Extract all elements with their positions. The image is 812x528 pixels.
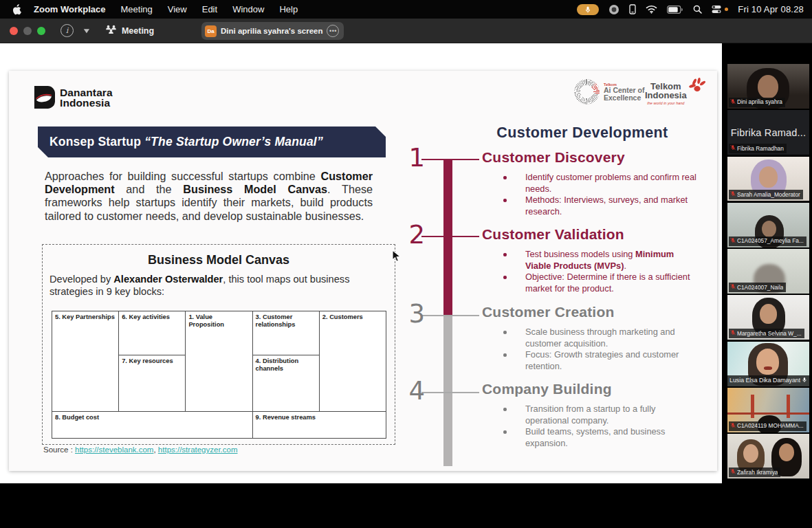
intro-paragraph: Approaches for building successful start… bbox=[45, 170, 373, 223]
participant-name: C1A024119 MOHAMMA... bbox=[737, 422, 804, 430]
text-segment: Transition from a startup to a fully ope… bbox=[525, 404, 655, 426]
fullscreen-window-button[interactable] bbox=[37, 27, 45, 35]
mouse-cursor bbox=[392, 250, 402, 265]
timeline-number-3: 3 bbox=[391, 300, 425, 328]
notification-dot bbox=[725, 8, 728, 11]
presentation-slide: Danantara Indonesia Telkom Ai Center of … bbox=[9, 71, 717, 471]
participant-tile[interactable]: Zafirah Ikramiya bbox=[727, 434, 809, 478]
timeline-tick bbox=[421, 315, 479, 316]
participant-name: C1A024057_Ameylia Fa... bbox=[737, 237, 804, 245]
participant-name-label: Sarah Amalia_Moderator bbox=[729, 190, 803, 199]
timeline-bar-accent bbox=[443, 159, 452, 316]
participant-tile[interactable]: Lusia Elsa Dika Damayanty bbox=[727, 342, 809, 386]
source-line: Source : https://steveblank.com, https:/… bbox=[43, 446, 238, 454]
battery-icon[interactable] bbox=[667, 6, 683, 14]
participant-name: Fibrika Ramadhan bbox=[737, 145, 784, 153]
bullet-item: Transition from a startup to a fully ope… bbox=[482, 404, 696, 426]
close-window-button[interactable] bbox=[10, 27, 18, 35]
device-icon[interactable] bbox=[629, 4, 636, 14]
participant-tile[interactable]: Margaretha Selvina W_... bbox=[727, 295, 809, 340]
silhouette bbox=[762, 221, 776, 237]
silhouette bbox=[764, 366, 772, 370]
bmc-cell-customer-relationships: 3. Customer relationships bbox=[252, 311, 319, 355]
bullet-item: Test business models using Minimum Viabl… bbox=[482, 249, 696, 272]
ai-center-line1: Ai Center of bbox=[604, 87, 645, 94]
tab-title: Dini aprilia syahra's screen bbox=[221, 27, 322, 35]
meeting-label[interactable]: Meeting bbox=[122, 26, 154, 36]
cd-section-customer-validation: Customer ValidationTest business models … bbox=[482, 226, 696, 294]
participant-tile[interactable]: C1A024119 MOHAMMA... bbox=[727, 388, 809, 432]
bmc-canvas-grid: 5. Key Partnerships 6. Key activities 7.… bbox=[52, 311, 386, 439]
participant-name-label: Dini aprilia syahra bbox=[729, 98, 785, 107]
bullet-item: Methods: Interviews, surveys, and market… bbox=[482, 195, 696, 217]
menu-item-meeting[interactable]: Meeting bbox=[121, 4, 153, 14]
cd-section-title: Customer Discovery bbox=[482, 149, 696, 166]
text-segment: Test business models using bbox=[525, 249, 635, 259]
cd-section-bullets: Test business models using Minimum Viabl… bbox=[482, 249, 696, 294]
participant-name-label: Zafirah Ikramiya bbox=[729, 468, 780, 477]
chevron-down-icon[interactable]: ▼ bbox=[82, 27, 91, 34]
bmc-cell-revenue-streams: 9. Revenue streams bbox=[252, 411, 386, 438]
text-segment: Developed by bbox=[50, 274, 113, 285]
silhouette bbox=[727, 412, 809, 415]
bullet-item: Focus: Growth strategies and customer re… bbox=[482, 349, 696, 372]
menu-items: MeetingViewEditWindowHelp bbox=[121, 4, 298, 14]
participant-name-label: C1A024007_Naila bbox=[729, 283, 786, 292]
silhouette bbox=[759, 166, 778, 188]
source-label: Source : bbox=[43, 446, 73, 454]
cd-section-bullets: Transition from a startup to a fully ope… bbox=[482, 404, 696, 449]
participant-tile[interactable]: C1A024007_Naila bbox=[727, 249, 809, 294]
info-icon[interactable]: i bbox=[61, 24, 74, 37]
participant-name-label: Margaretha Selvina W_... bbox=[729, 329, 804, 338]
participant-tile[interactable]: Fibrika Ramad...Fibrika Ramadhan bbox=[727, 110, 809, 155]
menubar-clock[interactable]: Fri 10 Apr 08.28 bbox=[738, 4, 804, 14]
spotlight-search-icon[interactable] bbox=[693, 5, 702, 14]
menu-item-help[interactable]: Help bbox=[279, 4, 298, 14]
timeline-bar-gray bbox=[443, 316, 452, 466]
bmc-description: Developed by Alexander Osterwalder, this… bbox=[50, 274, 388, 298]
active-mic-icon bbox=[802, 377, 807, 385]
ai-center-logo: Telkom Ai Center of Excellence bbox=[574, 79, 645, 104]
danantara-logo-line2: Indonesia bbox=[60, 98, 113, 108]
source-link-steveblank[interactable]: https://steveblank.com bbox=[75, 446, 153, 454]
apple-menu-icon[interactable] bbox=[12, 4, 21, 15]
text-segment: . bbox=[624, 261, 626, 271]
menu-item-view[interactable]: View bbox=[168, 4, 187, 14]
shared-screen-tab[interactable]: Da Dini aprilia syahra's screen ••• bbox=[201, 22, 344, 40]
participant-tile[interactable]: C1A024057_Ameylia Fa... bbox=[727, 203, 809, 248]
bmc-cell-key-activities: 6. Key activities bbox=[118, 311, 185, 355]
participant-name-label: Lusia Elsa Dika Damayanty bbox=[727, 375, 809, 386]
danantara-logo: Danantara Indonesia bbox=[32, 86, 113, 109]
text-segment: and the bbox=[115, 183, 184, 195]
source-link-strategyzer[interactable]: https://strategyzer.com bbox=[158, 446, 238, 454]
slide-title-prefix: Konsep Startup bbox=[50, 135, 144, 148]
danantara-logo-icon bbox=[32, 86, 55, 109]
tab-more-icon[interactable]: ••• bbox=[327, 25, 339, 37]
muted-mic-icon bbox=[730, 144, 736, 153]
menu-item-window[interactable]: Window bbox=[232, 4, 264, 14]
cd-section-bullets: Scale business through marketing and cus… bbox=[482, 327, 696, 372]
wifi-icon[interactable] bbox=[646, 5, 657, 14]
minimize-window-button[interactable] bbox=[23, 27, 32, 35]
control-center-icon[interactable] bbox=[712, 5, 721, 14]
participant-name-label: C1A024057_Ameylia Fa... bbox=[729, 236, 806, 246]
timeline-tick bbox=[421, 236, 479, 237]
participant-tile[interactable]: Sarah Amalia_Moderator bbox=[727, 157, 809, 201]
participant-name-label: C1A024119 MOHAMMA... bbox=[729, 421, 806, 431]
bmc-cell-key-resources: 7. Key resources bbox=[118, 355, 185, 411]
slide-title-banner: Konsep Startup “The Startup Owner’s Manu… bbox=[38, 126, 386, 157]
cd-section-customer-creation: Customer CreationScale business through … bbox=[482, 304, 696, 372]
bullet-item: Identify customer problems and confirm r… bbox=[482, 172, 696, 195]
participant-tile[interactable]: Dini aprilia syahra bbox=[727, 64, 809, 109]
mic-status-pill[interactable] bbox=[577, 4, 599, 15]
menu-item-edit[interactable]: Edit bbox=[202, 4, 217, 14]
muted-mic-icon bbox=[730, 329, 736, 338]
meeting-people-icon bbox=[105, 25, 117, 36]
screen-mirroring-icon[interactable] bbox=[608, 4, 619, 15]
menubar-app-name[interactable]: Zoom Workplace bbox=[34, 4, 106, 14]
muted-mic-icon bbox=[730, 283, 736, 292]
participant-name: Zafirah Ikramiya bbox=[737, 469, 778, 476]
muted-mic-icon bbox=[730, 237, 736, 245]
telkom-logo: Telkom Indonesia the world in your hand bbox=[645, 82, 706, 105]
slide-title-quoted: “The Startup Owner’s Manual” bbox=[144, 135, 323, 148]
